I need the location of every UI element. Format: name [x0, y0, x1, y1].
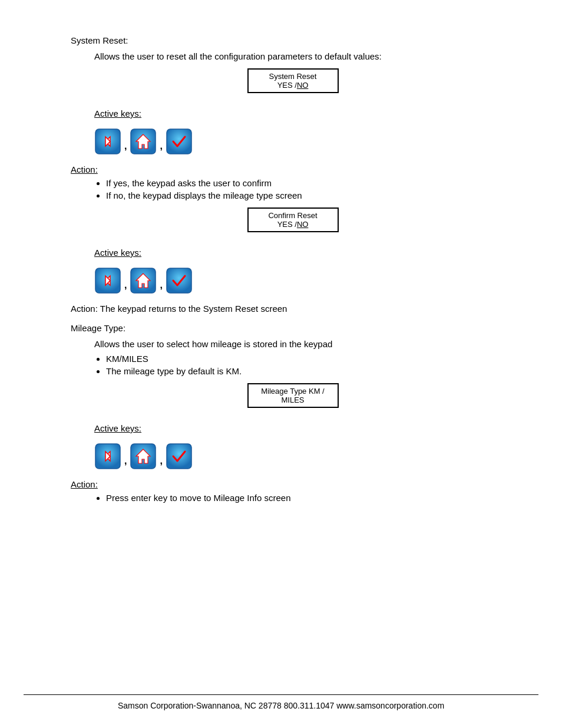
- svg-rect-17: [167, 444, 191, 469]
- confirm-reset-lcd: Confirm Reset YES /NO: [247, 207, 339, 232]
- action-section-2: Action: The keypad returns to the System…: [71, 304, 515, 314]
- home-icon-2: [130, 267, 157, 294]
- action-item-1-1: If no, the keypad displays the mileage t…: [106, 190, 515, 200]
- keys-row-1: , ,: [94, 128, 515, 155]
- action-list-1: If yes, the keypad asks the user to conf…: [106, 178, 515, 200]
- action-list-3: Press enter key to move to Mileage Info …: [106, 493, 515, 503]
- key-sep-1: ,: [124, 141, 127, 155]
- key-sep-5: ,: [124, 456, 127, 470]
- active-keys-section-1: Active keys: ,: [94, 100, 515, 155]
- active-keys-section-2: Active keys: ,: [94, 239, 515, 294]
- system-reset-lcd: System Reset YES /NO: [247, 68, 339, 93]
- page-content: System Reset: Allows the user to reset a…: [0, 0, 562, 555]
- active-keys-label-2: Active keys:: [94, 248, 141, 258]
- svg-rect-5: [167, 129, 191, 154]
- system-reset-description: Allows the user to reset all the configu…: [94, 51, 515, 61]
- mileage-item-0: KM/MILES: [106, 354, 515, 364]
- mileage-type-lcd: Mileage Type KM / MILES: [247, 383, 339, 408]
- system-reset-heading: System Reset:: [71, 35, 515, 45]
- left-right-arrow-icon-3: [94, 443, 121, 470]
- mileage-type-description: Allows the user to select how mileage is…: [94, 339, 515, 349]
- mileage-lcd-line1: Mileage Type: [261, 387, 306, 396]
- home-icon-3: [130, 443, 157, 470]
- keys-row-3: , ,: [94, 443, 515, 470]
- key-sep-6: ,: [160, 456, 162, 470]
- key-sep-3: ,: [124, 280, 127, 294]
- mileage-type-list: KM/MILES The mileage type by default is …: [106, 354, 515, 376]
- svg-rect-11: [167, 268, 191, 293]
- left-right-arrow-icon: [94, 128, 121, 155]
- enter-icon: [166, 128, 193, 155]
- active-keys-label-3: Active keys:: [94, 423, 141, 433]
- lcd-line1: System Reset: [253, 72, 333, 81]
- mileage-type-heading: Mileage Type:: [71, 323, 515, 333]
- key-sep-4: ,: [160, 280, 162, 294]
- mileage-item-1: The mileage type by default is KM.: [106, 366, 515, 376]
- key-sep-2: ,: [160, 141, 162, 155]
- confirm-lcd-line1: Confirm Reset: [253, 211, 333, 220]
- keys-row-2: , ,: [94, 267, 515, 294]
- lcd-line2: YES /NO: [253, 81, 333, 90]
- action-section-1: Action:: [71, 164, 515, 174]
- action-item-3-0: Press enter key to move to Mileage Info …: [106, 493, 515, 503]
- active-keys-section-3: Active keys: ,: [94, 415, 515, 470]
- enter-icon-3: [166, 443, 193, 470]
- page-footer: Samson Corporation-Swannanoa, NC 28778 8…: [24, 694, 538, 710]
- home-icon: [130, 128, 157, 155]
- confirm-lcd-line2: YES /NO: [253, 220, 333, 229]
- action-section-3: Action:: [71, 479, 515, 489]
- enter-icon-2: [166, 267, 193, 294]
- left-right-arrow-icon-2: [94, 267, 121, 294]
- action-item-1-0: If yes, the keypad asks the user to conf…: [106, 178, 515, 188]
- active-keys-label-1: Active keys:: [94, 108, 141, 118]
